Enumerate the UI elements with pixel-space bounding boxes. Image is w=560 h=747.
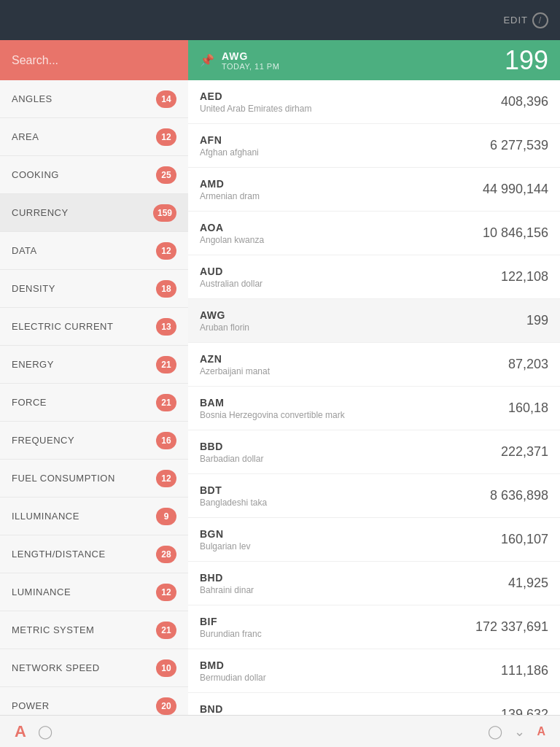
sidebar-badge: 12: [156, 584, 176, 601]
sidebar-item-electric-current[interactable]: ELECTRIC CURRENT 13: [0, 308, 188, 346]
currency-row[interactable]: AOA Angolan kwanza 10 846,156: [188, 212, 560, 255]
sidebar-badge: 21: [156, 622, 176, 639]
currency-code: AUD: [200, 266, 262, 277]
sidebar-item-energy[interactable]: ENERGY 21: [0, 346, 188, 384]
currency-name: Bermudian dollar: [200, 673, 266, 683]
currency-row[interactable]: BMD Bermudian dollar 111,186: [188, 649, 560, 693]
header-info: AWG TODAY, 11 PM: [222, 50, 505, 71]
sidebar-item-label: POWER: [12, 700, 50, 711]
sidebar-badge: 20: [156, 697, 176, 715]
sidebar-item-density[interactable]: DENSITY 18: [0, 270, 188, 308]
sidebar-item-label: CURRENCY: [12, 207, 69, 218]
sidebar-badge: 21: [156, 394, 176, 411]
sidebar-item-label: ENERGY: [12, 359, 54, 370]
sidebar-item-luminance[interactable]: LUMINANCE 12: [0, 573, 188, 611]
bottom-bar-right: ◯ ⌄ A: [488, 724, 545, 740]
currency-row[interactable]: AMD Armenian dram 44 990,144: [188, 168, 560, 212]
sidebar-item-label: LUMINANCE: [12, 587, 71, 597]
currency-row[interactable]: AZN Azerbaijani manat 87,203: [188, 343, 560, 387]
currency-code: BDT: [200, 484, 267, 496]
sidebar-item-illuminance[interactable]: ILLUMINANCE 9: [0, 498, 188, 535]
sidebar-item-label: AREA: [12, 131, 39, 142]
currency-value: 172 337,691: [475, 619, 548, 635]
currency-name: Aruban florin: [200, 322, 249, 333]
edit-button[interactable]: EDIT /: [503, 12, 548, 28]
search-box[interactable]: [0, 40, 188, 80]
header-code: AWG: [222, 50, 505, 62]
currency-row[interactable]: BND Brunei dollar 139,632: [188, 693, 560, 715]
currency-row[interactable]: AED United Arab Emirates dirham 408,396: [188, 80, 560, 124]
sidebar-item-angles[interactable]: ANGLES 14: [0, 80, 188, 118]
currency-code: BGN: [200, 528, 250, 540]
currency-code: AZN: [200, 353, 270, 365]
sidebar-item-metric-system[interactable]: METRIC SYSTEM 21: [0, 611, 188, 649]
currency-row[interactable]: BBD Barbadian dollar 222,371: [188, 430, 560, 474]
sidebar-item-force[interactable]: FORCE 21: [0, 384, 188, 422]
currency-value: 87,203: [508, 357, 548, 372]
currency-code: BHD: [200, 572, 254, 584]
currency-name: Angolan kwanza: [200, 235, 264, 245]
chevron-down-icon[interactable]: ⌄: [514, 724, 525, 740]
currency-row[interactable]: BIF Burundian franc 172 337,691: [188, 605, 560, 649]
sidebar-item-label: FUEL CONSUMPTION: [12, 473, 115, 484]
sidebar-item-data[interactable]: DATA 12: [0, 232, 188, 270]
search-input[interactable]: [12, 54, 176, 67]
sidebar-item-currency[interactable]: CURRENCY 159: [0, 194, 188, 232]
sidebar-badge: 16: [156, 432, 176, 449]
sidebar-item-label: ANGLES: [12, 93, 52, 104]
person-icon-left[interactable]: ◯: [38, 724, 52, 740]
sidebar-item-label: DENSITY: [12, 283, 55, 294]
sidebar-list: ANGLES 14 AREA 12 COOKING 25 CURRENCY 15…: [0, 80, 188, 715]
main-content: ANGLES 14 AREA 12 COOKING 25 CURRENCY 15…: [0, 40, 560, 715]
sidebar-item-frequency[interactable]: FREQUENCY 16: [0, 422, 188, 460]
currency-value: 160,107: [501, 532, 548, 547]
bottom-bar-left: A ◯: [15, 722, 52, 741]
sidebar-item-label: ELECTRIC CURRENT: [12, 321, 113, 332]
currency-code: BND: [200, 703, 249, 715]
currency-code: AWG: [200, 309, 249, 321]
currency-row[interactable]: BGN Bulgarian lev 160,107: [188, 518, 560, 562]
sidebar-badge: 21: [156, 356, 176, 374]
edit-label: EDIT: [503, 15, 528, 26]
font-small-button[interactable]: A: [537, 725, 545, 738]
currency-row[interactable]: BDT Bangladeshi taka 8 636,898: [188, 474, 560, 518]
sidebar-item-label: DATA: [12, 245, 37, 256]
currency-value: 160,18: [508, 400, 548, 416]
currency-value: 199: [526, 313, 548, 328]
currency-info: AWG Aruban florin: [200, 309, 249, 333]
currency-code: BAM: [200, 397, 345, 409]
currency-code: BBD: [200, 441, 263, 452]
top-bar: EDIT /: [0, 0, 560, 40]
currency-info: BGN Bulgarian lev: [200, 528, 250, 551]
sidebar-item-area[interactable]: AREA 12: [0, 118, 188, 156]
font-large-button[interactable]: A: [15, 722, 26, 741]
currency-name: Azerbaijani manat: [200, 366, 270, 376]
sidebar-item-length-distance[interactable]: LENGTH/DISTANCE 28: [0, 535, 188, 573]
currency-info: BDT Bangladeshi taka: [200, 484, 267, 508]
sidebar-item-cooking[interactable]: COOKING 25: [0, 156, 188, 194]
currency-row[interactable]: BHD Bahraini dinar 41,925: [188, 562, 560, 605]
currency-code: BIF: [200, 616, 262, 627]
currency-info: AFN Afghan afghani: [200, 134, 259, 158]
currency-name: Afghan afghani: [200, 147, 259, 158]
sidebar-item-network-speed[interactable]: NETWORK SPEED 10: [0, 649, 188, 687]
sidebar-item-label: NETWORK SPEED: [12, 662, 100, 673]
currency-value: 111,186: [501, 663, 548, 678]
currency-row[interactable]: BAM Bosnia Herzegovina convertible mark …: [188, 387, 560, 430]
right-panel: 📌 AWG TODAY, 11 PM 199 AED United Arab E…: [188, 40, 560, 715]
currency-info: BMD Bermudian dollar: [200, 659, 266, 683]
sidebar-item-power[interactable]: POWER 20: [0, 687, 188, 715]
currency-row[interactable]: AUD Australian dollar 122,108: [188, 255, 560, 299]
currency-value: 222,371: [501, 444, 548, 460]
currency-row[interactable]: AWG Aruban florin 199: [188, 299, 560, 343]
sidebar-badge: 9: [156, 508, 176, 525]
sidebar-badge: 28: [156, 546, 176, 563]
currency-value: 6 277,539: [490, 138, 548, 153]
sidebar-item-fuel-consumption[interactable]: FUEL CONSUMPTION 12: [0, 460, 188, 498]
sidebar-badge: 10: [156, 659, 176, 677]
person-icon-right[interactable]: ◯: [488, 724, 502, 740]
currency-header: 📌 AWG TODAY, 11 PM 199: [188, 40, 560, 80]
currency-row[interactable]: AFN Afghan afghani 6 277,539: [188, 124, 560, 168]
currency-info: BND Brunei dollar: [200, 703, 249, 716]
currency-name: Bangladeshi taka: [200, 498, 267, 508]
